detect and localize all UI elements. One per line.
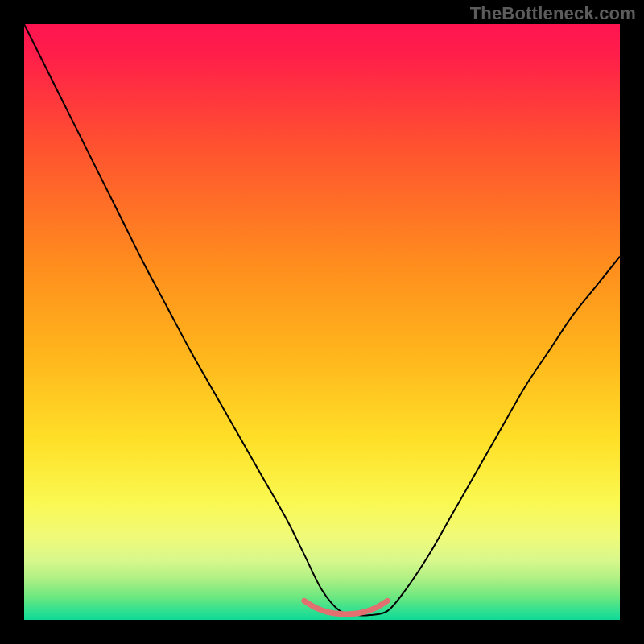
watermark-text: TheBottleneck.com — [470, 3, 636, 24]
plot-area — [24, 24, 620, 620]
chart-svg — [24, 24, 620, 620]
chart-frame: TheBottleneck.com — [0, 0, 644, 644]
gradient-background — [24, 24, 620, 620]
